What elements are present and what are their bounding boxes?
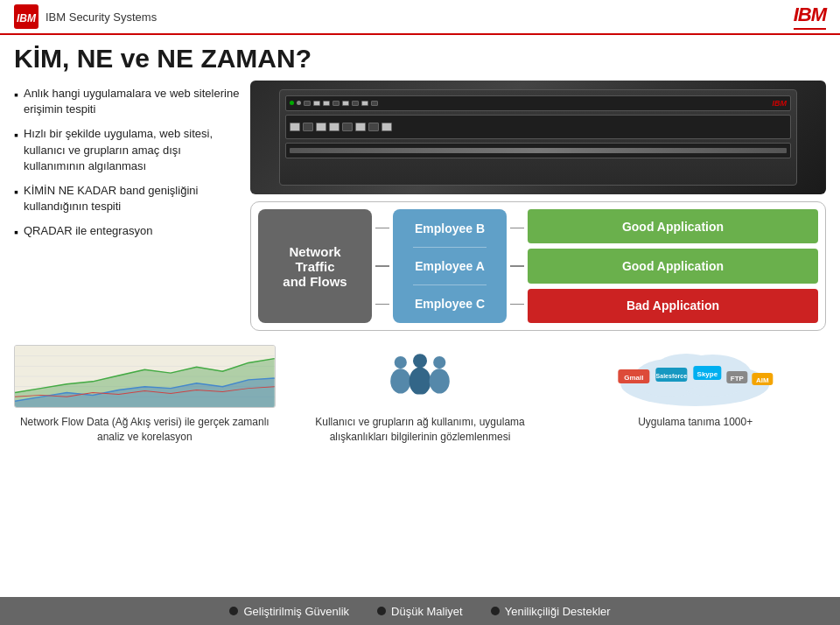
employee-c-label: Employee C <box>415 297 485 311</box>
conn-line-1 <box>375 228 389 229</box>
app-good-1: Good Application <box>528 209 818 243</box>
svg-text:Skype: Skype <box>697 370 718 378</box>
sp5-icon <box>342 123 353 131</box>
svg-text:AIM: AIM <box>756 376 769 384</box>
content-area: Anlık hangi uygulamalara ve web siteleri… <box>0 81 840 331</box>
svg-text:FTP: FTP <box>731 375 745 383</box>
conn2-line-1 <box>510 228 524 229</box>
header-title: IBM Security Systems <box>46 11 157 24</box>
svg-text:IBM: IBM <box>17 12 37 25</box>
app-bad-1: Bad Application <box>528 289 818 323</box>
bottom-section: Network Flow Data (Ağ Akış verisi) ile g… <box>0 345 840 445</box>
server-port7-icon <box>361 101 368 106</box>
header-left: IBM IBM Security Systems <box>14 4 157 29</box>
bullet-item-4: QRADAR ile entegrasyon <box>14 223 242 242</box>
conn-line-2 <box>375 265 389 267</box>
bullet-text-1: Anlık hangi uygulamalara ve web siteleri… <box>24 86 242 117</box>
bullet-item-3: KİMİN NE KADAR band genişliğini kullandı… <box>14 183 242 214</box>
footer-item-2: Düşük Maliyet <box>377 605 463 618</box>
server-port5-icon <box>342 101 349 106</box>
employees-column: Employee B Employee A Employee C <box>393 209 507 323</box>
server-port4-icon <box>332 101 340 106</box>
conn2-line-3 <box>510 304 524 305</box>
connector-1 <box>375 209 389 323</box>
bullet-item-2: Hızlı bir şekilde uygulama, web sitesi, … <box>14 126 242 174</box>
footer-item-1: Geliştirilmiş Güvenlik <box>229 605 349 618</box>
chart-visual <box>14 345 276 408</box>
server-led-icon <box>290 101 294 105</box>
people-svg <box>385 348 455 405</box>
bullet-text-3: KİMİN NE KADAR band genişliğini kullandı… <box>24 183 242 214</box>
header: IBM IBM Security Systems IBM <box>0 0 840 35</box>
footer-label-1: Geliştirilmiş Güvenlik <box>243 605 349 618</box>
bottom-card-1-text: Network Flow Data (Ağ Akış verisi) ile g… <box>14 415 276 445</box>
svg-point-11 <box>390 369 410 393</box>
bottom-card-2-text: Kullanıcı ve grupların ağ kullanımı, uyg… <box>290 415 551 445</box>
bottom-card-2: Kullanıcı ve grupların ağ kullanımı, uyg… <box>290 345 551 445</box>
emp-divider-1 <box>413 247 487 248</box>
cloud-svg: Gmail Salesforce Skype FTP AIM <box>564 345 826 408</box>
full-diagram: Network Traffic and Flows Employee B Emp… <box>250 201 826 331</box>
server-port2-icon <box>313 101 320 106</box>
ibm-logo-right: IBM <box>794 4 826 30</box>
server-port-icon <box>304 101 311 106</box>
conn2-line-2 <box>510 265 524 267</box>
employee-b-label: Employee B <box>415 221 485 235</box>
svg-text:Gmail: Gmail <box>625 374 644 382</box>
connector-2 <box>510 209 524 323</box>
server-inner: IBM <box>279 89 797 186</box>
sp6-icon <box>355 123 366 131</box>
footer-bar: Geliştirilmiş Güvenlik Düşük Maliyet Yen… <box>0 597 840 625</box>
emp-divider-2 <box>413 284 487 285</box>
network-line3: and Flows <box>283 274 346 289</box>
bottom-card-1: Network Flow Data (Ağ Akış verisi) ile g… <box>14 345 276 445</box>
sp2-icon <box>303 123 313 131</box>
ibm-logo-small-icon: IBM <box>14 4 38 29</box>
network-line2: Traffic <box>295 259 334 274</box>
svg-point-12 <box>413 354 427 368</box>
bullet-text-4: QRADAR ile entegrasyon <box>24 223 152 239</box>
svg-text:Salesforce: Salesforce <box>656 373 688 379</box>
server-row-3 <box>285 143 791 158</box>
server-port6-icon <box>352 101 359 106</box>
right-area: IBM <box>250 81 826 331</box>
svg-point-14 <box>433 355 445 368</box>
sp7-icon <box>368 123 379 131</box>
server-port3-icon <box>323 101 330 106</box>
cloud-visual: Gmail Salesforce Skype FTP AIM <box>564 345 826 408</box>
app-good-2: Good Application <box>528 249 818 283</box>
chart-svg <box>15 346 275 407</box>
bottom-card-3: Gmail Salesforce Skype FTP AIM Uygulama … <box>564 345 826 430</box>
footer-dot-2 <box>377 607 386 615</box>
server-row-2 <box>285 115 791 139</box>
bullet-text-2: Hızlı bir şekilde uygulama, web sitesi, … <box>24 126 242 174</box>
svg-point-13 <box>410 367 431 395</box>
svg-point-15 <box>430 369 450 393</box>
svg-point-10 <box>395 355 407 368</box>
sp-icon <box>290 123 300 131</box>
employee-a-label: Employee A <box>415 259 485 273</box>
network-traffic-box: Network Traffic and Flows <box>258 209 372 323</box>
server-image: IBM <box>250 81 826 194</box>
server-ibm-label: IBM <box>773 99 788 108</box>
footer-label-2: Düşük Maliyet <box>391 605 463 618</box>
footer-dot-3 <box>491 607 500 615</box>
people-visual <box>385 345 455 408</box>
footer-item-3: Yenilikçiliği Destekler <box>491 605 611 618</box>
footer-dot-1 <box>229 607 238 615</box>
svg-rect-16 <box>409 394 432 402</box>
footer-label-3: Yenilikçiliği Destekler <box>505 605 611 618</box>
network-line1: Network <box>289 244 340 259</box>
left-column: Anlık hangi uygulamalara ve web siteleri… <box>14 81 242 331</box>
server-port8-icon <box>371 101 378 106</box>
sp4-icon <box>329 123 340 131</box>
page-title: KİM, NE ve NE ZAMAN? <box>0 35 840 77</box>
sp3-icon <box>316 123 326 131</box>
sp8-icon <box>382 123 392 131</box>
applications-column: Good Application Good Application Bad Ap… <box>528 209 818 323</box>
server-led2-icon <box>297 101 301 105</box>
server-row-1: IBM <box>285 95 791 111</box>
bullet-item-1: Anlık hangi uygulamalara ve web siteleri… <box>14 86 242 117</box>
bottom-card-3-text: Uygulama tanıma 1000+ <box>638 415 752 430</box>
conn-line-3 <box>375 304 389 305</box>
